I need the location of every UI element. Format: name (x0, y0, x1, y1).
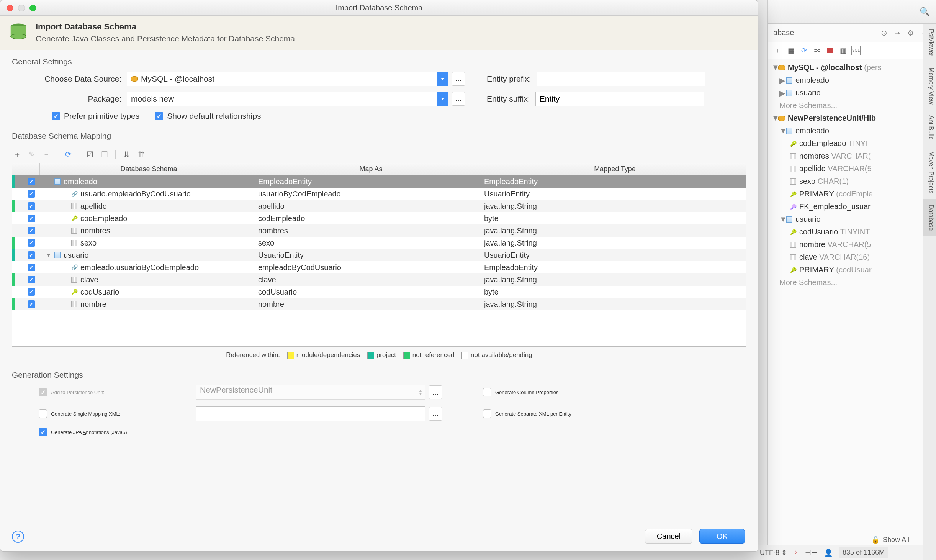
single-xml-path-input[interactable] (196, 406, 425, 421)
gear-icon[interactable]: ⚙ (907, 29, 914, 37)
table-row[interactable]: claveclavejava.lang.String (12, 273, 746, 286)
statusbar-right: UTF-8 ⇕ ᚦ ⊣⊢ 👤 835 of 1166M (754, 545, 923, 560)
stop-icon[interactable] (825, 46, 835, 55)
col-icon (70, 301, 78, 307)
showall-indicator[interactable]: 🔒Show All (871, 535, 909, 544)
col-sexo[interactable]: sexo CHAR(1) (768, 175, 936, 188)
table-row[interactable]: sexosexojava.lang.String (12, 237, 746, 249)
deselect-all-icon[interactable]: ☐ (99, 149, 110, 160)
row-checkbox[interactable] (28, 264, 35, 271)
add-icon[interactable]: ＋ (12, 149, 23, 160)
gen-column-props-checkbox[interactable]: Generate Column Properties (483, 388, 558, 396)
pk-usuario[interactable]: PRIMARY (codUsuar (768, 264, 936, 276)
inspect-indicator[interactable]: 👤 (824, 549, 833, 557)
help-button[interactable]: ? (12, 531, 24, 543)
col-map-as[interactable]: Map As (258, 163, 484, 175)
side-tab-memory[interactable]: Memory View (923, 62, 936, 110)
gen-separate-xml-checkbox[interactable]: Generate Separate XML per Entity (483, 409, 571, 418)
search-icon[interactable]: 🔍 (920, 7, 930, 17)
datasource-browse-button[interactable]: … (452, 72, 465, 86)
chevron-down-icon[interactable] (437, 92, 448, 106)
remove-icon[interactable]: － (41, 149, 52, 160)
row-checkbox[interactable] (28, 215, 35, 222)
grid-body[interactable]: empleadoEmpleadoEntityEmpleadoEntityusua… (12, 175, 746, 346)
view-icon[interactable]: ▥ (838, 46, 848, 55)
datasource-node[interactable]: ▼ MySQL - @localhost (pers (768, 61, 936, 74)
refresh-icon[interactable]: ⟳ (799, 46, 808, 55)
row-checkbox[interactable] (28, 288, 35, 296)
col-apellido[interactable]: apellido VARCHAR(5 (768, 162, 936, 175)
memory-indicator[interactable]: 835 of 1166M (839, 547, 888, 558)
chevron-down-icon[interactable] (437, 72, 448, 86)
entity-prefix-input[interactable] (537, 72, 705, 86)
table-row[interactable]: empleadoEmpleadoEntityEmpleadoEntity (12, 175, 746, 188)
gen-single-xml-checkbox[interactable]: Generate Single Mapping XML: (39, 409, 196, 418)
show-default-relationships-checkbox[interactable]: Show default relationships (155, 111, 261, 121)
pu-usuario[interactable]: ▼usuario (768, 213, 936, 226)
table-row[interactable]: nombrenombrejava.lang.String (12, 298, 746, 310)
filter-icon[interactable]: ⫗ (812, 46, 821, 55)
row-checkbox[interactable] (28, 178, 35, 185)
sql-console-icon[interactable]: ▦ (786, 46, 795, 55)
table-row[interactable]: nombresnombresjava.lang.String (12, 224, 746, 237)
row-checkbox[interactable] (28, 190, 35, 198)
table-row[interactable]: empleado.usuarioByCodEmpleadoempleadoByC… (12, 261, 746, 273)
pu-browse-button[interactable]: … (429, 385, 442, 399)
side-tab-psiviewer[interactable]: PsiViewer (923, 24, 936, 62)
persistence-unit-node[interactable]: ▼NewPersistenceUnit/Hib (768, 112, 936, 124)
side-tab-database[interactable]: Database (923, 199, 936, 237)
col-codEmpleado[interactable]: codEmpleado TINYI (768, 137, 936, 150)
schema-mapping-grid[interactable]: Database Schema Map As Mapped Type emple… (12, 163, 746, 347)
col-database-schema[interactable]: Database Schema (40, 163, 258, 175)
edit-icon[interactable]: ✎ (26, 149, 37, 160)
table-empleado-node[interactable]: ▶empleado (768, 74, 936, 87)
add-icon[interactable]: ＋ (773, 46, 782, 55)
pu-empleado[interactable]: ▼empleado (768, 124, 936, 137)
col-mapped-type[interactable]: Mapped Type (484, 163, 746, 175)
target-icon[interactable]: ⊙ (881, 29, 887, 37)
row-checkbox[interactable] (28, 276, 35, 283)
collapse-icon[interactable]: ⇈ (136, 149, 146, 160)
dialog-titlebar[interactable]: Import Database Schema (0, 0, 758, 16)
git-indicator[interactable]: ᚦ (794, 549, 798, 557)
package-browse-button[interactable]: … (452, 92, 465, 106)
fk-empleado[interactable]: FK_empleado_usuar (768, 200, 936, 213)
cancel-button[interactable]: Cancel (645, 529, 692, 544)
package-combo[interactable]: models new (127, 92, 448, 106)
pk-empleado[interactable]: PRIMARY (codEmple (768, 188, 936, 200)
col-nombres[interactable]: nombres VARCHAR( (768, 150, 936, 162)
row-checkbox[interactable] (28, 239, 35, 247)
side-tab-ant[interactable]: Ant Build (923, 110, 936, 146)
more-schemas-1[interactable]: More Schemas... (768, 99, 936, 112)
row-checkbox[interactable] (28, 202, 35, 210)
table-row[interactable]: apellidoapellidojava.lang.String (12, 200, 746, 212)
entity-suffix-input[interactable] (535, 92, 704, 106)
insert-indicator[interactable]: ⊣⊢ (805, 549, 817, 557)
datasource-combo[interactable]: MySQL - @localhost (127, 72, 448, 86)
col-nombre[interactable]: nombre VARCHAR(5 (768, 238, 936, 251)
sql-icon[interactable]: SQL (851, 46, 861, 55)
table-row[interactable]: codEmpleadocodEmpleadobyte (12, 212, 746, 224)
prefer-primitive-checkbox[interactable]: Prefer primitive types (52, 111, 139, 121)
ok-button[interactable]: OK (699, 529, 745, 544)
collapse-icon[interactable]: ⇥ (894, 29, 901, 37)
col-clave[interactable]: clave VARCHAR(16) (768, 251, 936, 264)
col-codUsuario[interactable]: codUsuario TINYINT (768, 226, 936, 238)
row-checkbox[interactable] (28, 227, 35, 234)
row-name: usuario.empleadoByCodUsuario (80, 190, 191, 198)
table-row[interactable]: codUsuariocodUsuariobyte (12, 286, 746, 298)
expand-icon[interactable]: ⇊ (121, 149, 132, 160)
database-tree[interactable]: ▼ MySQL - @localhost (pers ▶empleado ▶us… (768, 59, 936, 291)
table-usuario-node[interactable]: ▶usuario (768, 87, 936, 99)
row-checkbox[interactable] (28, 300, 35, 308)
refresh-icon[interactable]: ⟳ (63, 149, 74, 160)
row-checkbox[interactable] (28, 251, 35, 259)
select-all-icon[interactable]: ☑ (85, 149, 95, 160)
encoding-indicator[interactable]: UTF-8 ⇕ (760, 549, 787, 557)
side-tab-maven[interactable]: Maven Projects (923, 146, 936, 199)
table-row[interactable]: usuario.empleadoByCodUsuariousuarioByCod… (12, 188, 746, 200)
more-schemas-2[interactable]: More Schemas... (768, 276, 936, 289)
table-row[interactable]: ▼usuarioUsuarioEntityUsuarioEntity (12, 249, 746, 261)
xml-browse-button[interactable]: … (429, 407, 442, 421)
gen-jpa-annotations-checkbox[interactable]: Generate JPA Annotations (Java5) (39, 428, 127, 436)
